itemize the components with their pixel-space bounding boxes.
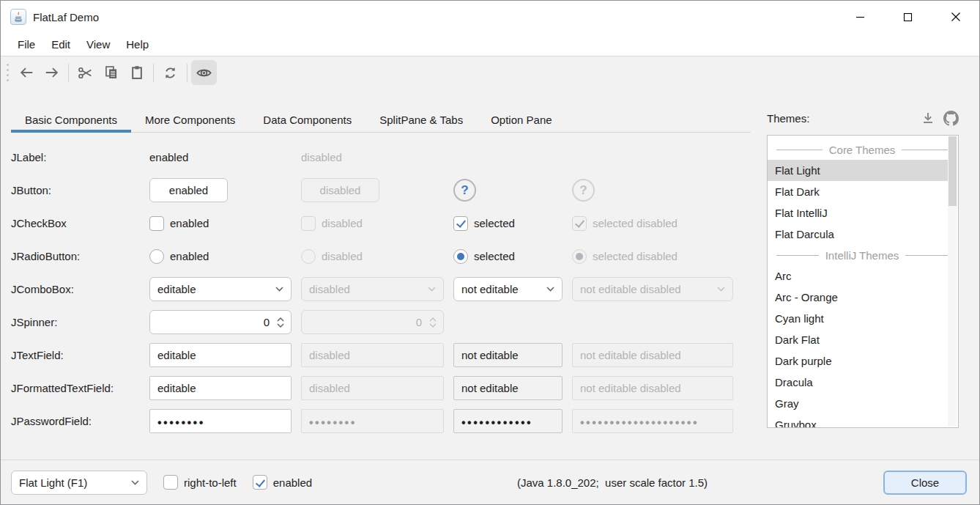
checkbox-checked-icon[interactable] [253,475,267,490]
radio-disabled-icon [301,249,316,264]
jlabel-enabled: enabled [149,151,301,163]
textfield-not-editable-disabled: not editable disabled [572,343,733,367]
tab-more-components[interactable]: More Components [131,107,249,132]
radio-selected-disabled: selected disabled [572,249,751,264]
forward-button[interactable] [39,60,64,85]
toolbar-grip[interactable] [7,64,9,81]
combobox-editable[interactable]: editable [149,277,292,301]
toolbar [1,56,979,89]
passwordfield-editable[interactable]: •••••••• [149,409,292,433]
row-jcheckbox: JCheckBox enabled disabled selected [11,207,751,240]
row-jformattedtextfield: JFormattedTextField: editable disabled n… [11,372,751,405]
bottom-bar: Flat Light (F1) right-to-left enabled (J… [1,460,979,504]
textfield-editable[interactable]: editable [149,343,292,367]
radio-disabled: disabled [301,249,453,264]
theme-item-flat-light[interactable]: Flat Light [768,160,948,181]
spinner-down-icon [277,323,284,328]
jspinner-row-label: JSpinner: [11,316,149,328]
menu-view[interactable]: View [78,35,118,54]
cut-button[interactable] [73,60,98,85]
close-button[interactable]: Close [883,471,967,495]
theme-item-dark-flat[interactable]: Dark Flat [768,329,948,350]
theme-item-arc-orange[interactable]: Arc - Orange [768,287,948,308]
themes-list: Core Themes Flat Light Flat Dark Flat In… [767,135,959,428]
enabled-checkbox[interactable]: enabled [253,475,312,490]
component-rows: JLabel: enabled disabled JButton: enable… [11,141,751,438]
spinner-up-icon [429,317,437,322]
refresh-icon [163,65,178,81]
cut-icon [78,65,93,81]
themes-label: Themes: [767,112,809,125]
paste-button[interactable] [124,60,149,85]
themes-group-separator: IntelliJ Themes [776,245,948,265]
theme-item-arc[interactable]: Arc [768,265,948,287]
theme-item-flat-darcula[interactable]: Flat Darcula [768,224,948,245]
checkbox-selected[interactable]: selected [453,216,572,231]
jcheckbox-row-label: JCheckBox [11,217,149,229]
theme-select-combobox[interactable]: Flat Light (F1) [11,471,147,495]
chevron-down-icon [717,287,725,292]
window-title: FlatLaf Demo [33,11,99,23]
chevron-down-icon [275,287,283,292]
close-window-button[interactable] [932,1,979,33]
formattedtextfield-not-editable: not editable [453,376,563,400]
spinner-enabled[interactable]: 0 [149,310,292,334]
toolbar-separator [153,64,154,82]
title-bar: FlatLaf Demo [1,1,979,33]
tab-basic-components[interactable]: Basic Components [11,107,131,132]
help-button[interactable]: ? [453,179,476,202]
back-button[interactable] [13,60,39,85]
checkbox-unchecked-icon[interactable] [163,475,178,490]
jbutton-row-label: JButton: [11,184,149,196]
formattedtextfield-editable[interactable]: editable [149,376,292,400]
combobox-disabled: disabled [301,277,444,301]
theme-item-gruvbox[interactable]: Gruvbox [768,414,948,428]
refresh-button[interactable] [157,60,183,85]
minimize-button[interactable] [836,1,884,33]
theme-item-flat-dark[interactable]: Flat Dark [768,181,948,202]
spinner-down-icon [429,323,437,328]
tab-splitpane-tabs[interactable]: SplitPane & Tabs [365,107,477,132]
menu-edit[interactable]: Edit [43,35,78,54]
maximize-button[interactable] [884,1,932,33]
combobox-not-editable[interactable]: not editable [453,277,563,301]
checkbox-checked-icon[interactable] [453,216,468,231]
forward-arrow-icon [44,64,60,81]
chevron-down-icon [428,287,436,292]
formattedtextfield-not-editable-disabled: not editable disabled [572,376,733,400]
theme-item-dracula[interactable]: Dracula [768,372,948,393]
themes-scrollbar[interactable] [948,136,957,427]
checkbox-enabled[interactable]: enabled [149,216,301,231]
spinner-up-icon [277,317,284,322]
enabled-button[interactable]: enabled [149,178,228,202]
github-icon[interactable] [943,111,959,126]
checkbox-checked-disabled-icon [572,216,587,231]
jpasswordfield-row-label: JPasswordField: [11,415,149,427]
row-jbutton: JButton: enabled disabled ? ? [11,174,751,207]
show-hidden-toggle-button[interactable] [191,60,217,85]
menu-file[interactable]: File [10,35,43,54]
menu-help[interactable]: Help [118,35,157,54]
row-jlabel: JLabel: enabled disabled [11,141,751,174]
tab-data-components[interactable]: Data Components [249,107,365,132]
theme-item-flat-intellij[interactable]: Flat IntelliJ [768,202,948,224]
app-window: FlatLaf Demo File Edit View Help [0,0,980,505]
theme-item-cyan-light[interactable]: Cyan light [768,308,948,329]
back-arrow-icon [18,64,34,81]
radio-enabled[interactable]: enabled [149,249,301,264]
download-icon[interactable] [921,111,935,125]
theme-item-gray[interactable]: Gray [768,393,948,414]
jtextfield-row-label: JTextField: [11,349,149,361]
radio-unselected-icon[interactable] [149,249,164,264]
passwordfield-disabled: •••••••• [301,409,444,433]
scrollbar-thumb[interactable] [949,136,957,206]
combobox-not-editable-disabled: not editable disabled [572,277,733,301]
right-to-left-checkbox[interactable]: right-to-left [163,475,237,490]
radio-selected[interactable]: selected [453,249,572,264]
copy-button[interactable] [98,60,124,85]
checkbox-unchecked-icon[interactable] [149,216,164,231]
theme-item-dark-purple[interactable]: Dark purple [768,350,948,372]
radio-selected-icon[interactable] [453,249,468,264]
tab-option-pane[interactable]: Option Pane [477,107,565,132]
row-jspinner: JSpinner: 0 0 [11,306,751,339]
